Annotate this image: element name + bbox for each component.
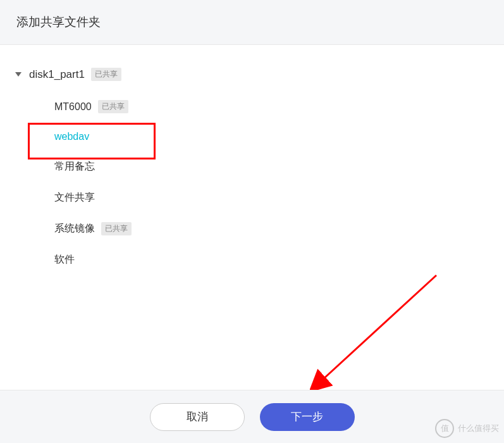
tree-item-memo[interactable]: 常用备忘	[46, 151, 491, 182]
chevron-down-icon	[15, 72, 22, 77]
tree-children: MT6000 已共享 webdav 常用备忘 文件共享 系统镜像 已共享 软件	[13, 85, 491, 275]
shared-badge: 已共享	[101, 222, 132, 235]
tree-item-label: webdav	[54, 131, 89, 142]
tree-item-fileshare[interactable]: 文件共享	[46, 182, 491, 213]
dialog-header: 添加共享文件夹	[0, 0, 504, 45]
tree-item-label: 软件	[54, 253, 75, 266]
tree-item-label: 常用备忘	[54, 160, 95, 173]
tree-item-sysimage[interactable]: 系统镜像 已共享	[46, 213, 491, 244]
cancel-button[interactable]: 取消	[150, 403, 245, 431]
next-button[interactable]: 下一步	[260, 403, 355, 431]
dialog-title: 添加共享文件夹	[16, 14, 488, 30]
tree-item-label: 系统镜像	[54, 222, 95, 235]
dialog-footer: 取消 下一步	[0, 390, 504, 443]
tree-item-label: 文件共享	[54, 191, 95, 204]
shared-badge: 已共享	[98, 100, 128, 113]
tree-item-mt6000[interactable]: MT6000 已共享	[46, 91, 491, 122]
tree-item-software[interactable]: 软件	[46, 244, 491, 275]
watermark-text: 什么值得买	[458, 423, 499, 434]
tree-root-item[interactable]: disk1_part1 已共享	[13, 64, 491, 85]
tree-item-webdav[interactable]: webdav	[46, 122, 491, 151]
tree-item-label: MT6000	[54, 101, 92, 113]
shared-badge: 已共享	[91, 68, 121, 81]
tree-root-label: disk1_part1	[29, 68, 85, 81]
dialog-content: disk1_part1 已共享 MT6000 已共享 webdav 常用备忘 文…	[0, 45, 504, 385]
watermark-logo-icon: 值	[435, 419, 454, 438]
watermark: 值 什么值得买	[435, 419, 499, 438]
